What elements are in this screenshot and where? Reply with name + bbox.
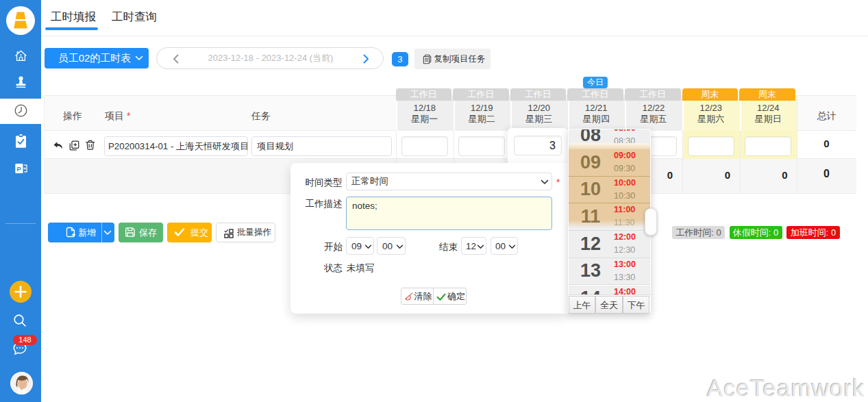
- svg-text:P: P: [17, 165, 22, 173]
